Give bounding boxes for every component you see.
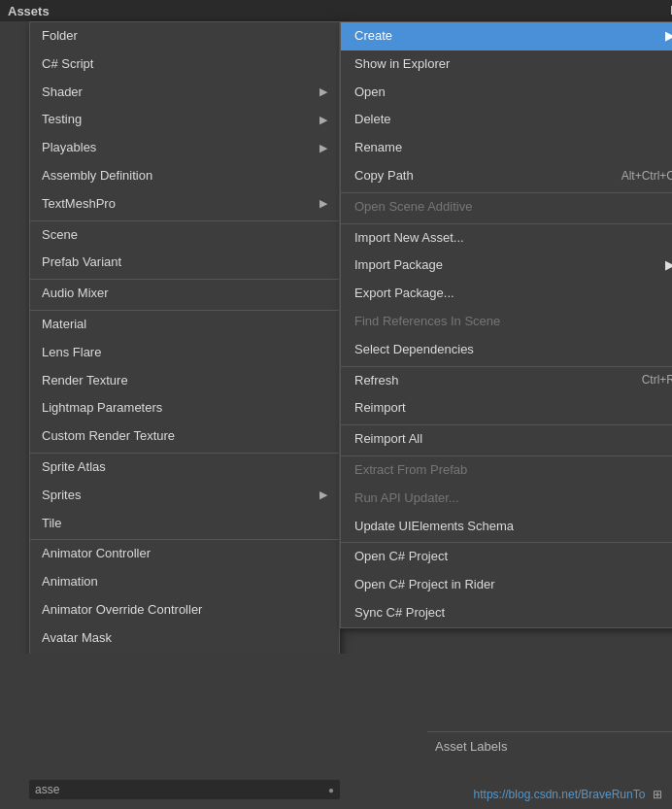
- left-menu-item-textmeshpro[interactable]: TextMeshPro▶: [30, 190, 339, 219]
- arrow-right-icon: ▶: [665, 26, 672, 47]
- right-menu-item-label: Find References In Scene: [354, 312, 500, 332]
- right-menu-item-open-csharp-project[interactable]: Open C# Project: [341, 542, 672, 571]
- left-menu-item-audio-mixer[interactable]: Audio Mixer: [30, 279, 339, 308]
- shortcut-label: Ctrl+R: [642, 371, 672, 389]
- left-menu-item-animator-controller[interactable]: Animator Controller: [30, 539, 339, 568]
- arrow-right-icon: ▶: [319, 140, 327, 157]
- menu-item-label: Playables: [42, 138, 96, 158]
- right-menu-item-label: Reimport: [354, 398, 406, 419]
- right-menu-item-label: Copy Path: [354, 166, 414, 186]
- menu-item-label: Prefab Variant: [42, 253, 121, 273]
- search-input[interactable]: [35, 783, 328, 796]
- left-menu-item-render-texture[interactable]: Render Texture: [30, 367, 339, 395]
- right-menu-item-label: Show in Explorer: [354, 54, 450, 75]
- left-menu-item-material[interactable]: Material: [30, 310, 339, 339]
- left-menu-item-lens-flare[interactable]: Lens Flare: [30, 339, 339, 367]
- right-menu-item-label: Sync C# Project: [354, 603, 445, 624]
- left-menu-item-sprites[interactable]: Sprites▶: [30, 482, 339, 510]
- menu-item-label: Render Texture: [42, 371, 128, 391]
- menu-item-label: Folder: [42, 26, 78, 47]
- menu-item-label: Sprite Atlas: [42, 457, 106, 478]
- menu-item-label: Material: [42, 315, 86, 335]
- right-menu-item-label: Run API Updater...: [354, 489, 459, 509]
- arrow-right-icon: ▶: [319, 487, 327, 504]
- search-dot-icon: ●: [328, 785, 334, 795]
- right-menu-item-reimport-all[interactable]: Reimport All: [341, 424, 672, 454]
- assets-title: Assets: [8, 4, 50, 18]
- right-menu-item-label: Rename: [354, 138, 402, 158]
- right-menu-item-refresh[interactable]: RefreshCtrl+R: [341, 366, 672, 395]
- left-menu-item-prefab-variant[interactable]: Prefab Variant: [30, 249, 339, 277]
- left-menu-item-folder[interactable]: Folder: [30, 22, 339, 51]
- right-menu-item-label: Select Dependencies: [354, 340, 474, 360]
- right-menu-item-run-api-updater: Run API Updater...: [341, 485, 672, 513]
- menu-item-label: C# Script: [42, 54, 93, 75]
- right-menu-item-sync-csharp-project[interactable]: Sync C# Project: [341, 599, 672, 627]
- right-menu-item-label: Import Package: [354, 255, 443, 276]
- right-menu-item-extract-from-prefab: Extract From Prefab: [341, 455, 672, 485]
- top-bar: Assets HandGun: [0, 0, 672, 21]
- bottom-link: https://blog.csdn.net/BraveRunTo ⊞: [474, 787, 662, 801]
- arrow-right-icon: ▶: [319, 112, 327, 129]
- right-menu-item-open-scene-additive: Open Scene Additive: [341, 192, 672, 221]
- left-menu-item-playables[interactable]: Playables▶: [30, 134, 339, 162]
- right-menu-item-select-dependencies[interactable]: Select Dependencies: [341, 336, 672, 364]
- menu-item-label: TextMeshPro: [42, 194, 116, 215]
- search-bar-area[interactable]: ●: [29, 780, 340, 799]
- right-menu-item-rename[interactable]: Rename: [341, 134, 672, 162]
- menu-item-label: Sprites: [42, 486, 81, 506]
- right-menu-item-update-uielements-schema[interactable]: Update UIElements Schema: [341, 513, 672, 541]
- menu-item-label: Assembly Definition: [42, 166, 152, 186]
- left-menu-item-scene[interactable]: Scene: [30, 220, 339, 250]
- right-menu-item-label: Open C# Project in Rider: [354, 575, 495, 595]
- right-menu-item-label: Open C# Project: [354, 547, 448, 567]
- left-menu-item-lightmap-parameters[interactable]: Lightmap Parameters: [30, 394, 339, 422]
- asset-labels-bar: Asset Labels: [427, 731, 672, 760]
- arrow-right-icon: ▶: [319, 195, 327, 213]
- right-menu-item-label: Update UIElements Schema: [354, 517, 514, 537]
- right-menu-item-label: Reimport All: [354, 429, 422, 450]
- menu-item-label: Scene: [42, 225, 78, 246]
- menu-item-label: Custom Render Texture: [42, 426, 175, 447]
- right-menu-item-import-new-asset[interactable]: Import New Asset...: [341, 223, 672, 253]
- blog-link: https://blog.csdn.net/BraveRunTo: [474, 788, 646, 801]
- left-menu-item-assembly-definition[interactable]: Assembly Definition: [30, 162, 339, 190]
- right-menu-item-copy-path[interactable]: Copy PathAlt+Ctrl+C: [341, 162, 672, 190]
- left-menu-item-shader[interactable]: Shader▶: [30, 79, 339, 107]
- right-menu-item-open-csharp-project-rider[interactable]: Open C# Project in Rider: [341, 571, 672, 599]
- left-menu-item-csharp-script[interactable]: C# Script: [30, 51, 339, 79]
- right-menu-item-label: Import New Asset...: [354, 228, 464, 249]
- bottom-area: Asset Labels https://blog.csdn.net/Brave…: [0, 654, 672, 809]
- left-menu-item-animation[interactable]: Animation: [30, 568, 339, 596]
- right-menu-item-export-package[interactable]: Export Package...: [341, 280, 672, 308]
- right-menu-item-import-package[interactable]: Import Package▶: [341, 252, 672, 280]
- arrow-right-icon: ▶: [665, 255, 672, 276]
- right-menu-item-label: Open Scene Additive: [354, 197, 472, 218]
- menu-item-label: Lens Flare: [42, 343, 101, 363]
- right-menu-item-show-in-explorer[interactable]: Show in Explorer: [341, 51, 672, 79]
- right-menu-item-label: Create: [354, 26, 392, 47]
- left-menu-item-sprite-atlas[interactable]: Sprite Atlas: [30, 453, 339, 482]
- asset-labels-text: Asset Labels: [435, 739, 507, 754]
- right-menu-item-delete[interactable]: Delete: [341, 106, 672, 134]
- menu-item-label: Tile: [42, 514, 61, 534]
- menu-item-label: Audio Mixer: [42, 284, 109, 304]
- left-menu-item-avatar-mask[interactable]: Avatar Mask: [30, 624, 339, 653]
- left-menu-item-animator-override-controller[interactable]: Animator Override Controller: [30, 596, 339, 624]
- menu-item-label: Testing: [42, 110, 82, 130]
- right-menu-item-reimport[interactable]: Reimport: [341, 394, 672, 422]
- right-menu-item-label: Delete: [354, 110, 391, 130]
- grid-icon: ⊞: [653, 788, 662, 801]
- menu-item-label: Animation: [42, 572, 98, 592]
- shortcut-label: Alt+Ctrl+C: [622, 167, 672, 185]
- right-menu-item-create[interactable]: Create▶: [341, 22, 672, 51]
- left-menu-item-tile[interactable]: Tile: [30, 510, 339, 538]
- right-menu-item-label: Extract From Prefab: [354, 460, 467, 481]
- right-menu-item-open[interactable]: Open: [341, 79, 672, 107]
- left-menu-item-custom-render-texture[interactable]: Custom Render Texture: [30, 422, 339, 451]
- left-menu-item-testing[interactable]: Testing▶: [30, 106, 339, 134]
- right-menu-item-find-references-in-scene: Find References In Scene: [341, 308, 672, 336]
- right-menu-item-label: Open: [354, 83, 386, 103]
- menu-item-label: Lightmap Parameters: [42, 398, 162, 419]
- menu-item-label: Animator Override Controller: [42, 600, 202, 621]
